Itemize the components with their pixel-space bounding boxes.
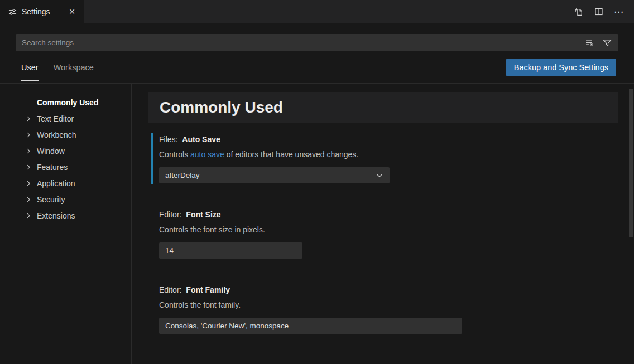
tab-bar-actions: ⋯	[571, 0, 634, 23]
toc-item-features[interactable]: Features	[0, 159, 131, 175]
chevron-right-icon	[25, 131, 37, 139]
tab-user-label: User	[21, 63, 39, 72]
toc-item-text-editor[interactable]: Text Editor	[0, 110, 131, 127]
chevron-down-icon	[376, 172, 383, 179]
search-placeholder-text: Search settings	[22, 38, 74, 47]
settings-sliders-icon	[8, 8, 17, 16]
toc-item-workbench[interactable]: Workbench	[0, 127, 131, 143]
chevron-right-icon	[25, 179, 37, 187]
settings-list: Commonly Used Files: Auto Save Controls …	[132, 84, 634, 364]
font-family-input[interactable]	[159, 318, 462, 334]
toc-item-label: Commonly Used	[37, 98, 98, 107]
setting-title: Editor: Font Family	[159, 285, 618, 295]
setting-title: Editor: Font Size	[159, 210, 618, 220]
tab-workspace-label: Workspace	[54, 63, 94, 72]
font-size-input[interactable]	[159, 242, 302, 259]
setting-category: Editor:	[159, 285, 181, 294]
search-settings-input[interactable]: Search settings	[16, 34, 618, 51]
toc-item-commonly-used[interactable]: Commonly Used	[0, 94, 131, 110]
settings-scope-row: User Workspace Backup and Sync Settings	[0, 51, 634, 84]
backup-and-sync-settings-button[interactable]: Backup and Sync Settings	[506, 59, 616, 76]
setting-description: Controls auto save of editors that have …	[159, 150, 618, 159]
editor-tab-bar: Settings ✕ ⋯	[0, 0, 634, 23]
toc-item-label: Text Editor	[37, 114, 74, 123]
setting-category: Editor:	[159, 210, 181, 219]
setting-name: Font Family	[186, 285, 230, 294]
toc-item-extensions[interactable]: Extensions	[0, 207, 131, 224]
toc-item-label: Workbench	[37, 130, 76, 139]
toc-item-label: Security	[37, 195, 65, 204]
setting-name: Auto Save	[182, 135, 220, 144]
toc-item-label: Features	[37, 163, 68, 172]
chevron-right-icon	[25, 147, 37, 155]
chevron-right-icon	[25, 115, 37, 123]
section-heading-text: Commonly Used	[160, 99, 283, 117]
setting-description: Controls the font size in pixels.	[159, 225, 618, 234]
modified-indicator	[151, 133, 153, 184]
settings-tab[interactable]: Settings ✕	[0, 0, 84, 23]
close-tab-icon[interactable]: ✕	[67, 7, 77, 17]
toc-item-security[interactable]: Security	[0, 191, 131, 207]
settings-toc: Commonly Used Text Editor Workbench Wind…	[0, 84, 132, 364]
toc-item-label: Application	[37, 179, 75, 188]
description-text: Controls the font family.	[159, 300, 241, 309]
setting-editor-font-family: Editor: Font Family Controls the font fa…	[159, 285, 618, 334]
settings-body: Commonly Used Text Editor Workbench Wind…	[0, 84, 634, 364]
description-text: of editors that have unsaved changes.	[224, 150, 359, 159]
tab-title: Settings	[22, 7, 50, 16]
setting-title: Files: Auto Save	[159, 135, 618, 144]
tab-workspace[interactable]: Workspace	[54, 51, 94, 83]
vertical-scrollbar[interactable]	[629, 89, 633, 237]
toc-item-label: Extensions	[37, 211, 75, 220]
auto-save-link[interactable]: auto save	[190, 150, 224, 159]
auto-save-select[interactable]: afterDelay	[159, 167, 390, 183]
chevron-right-icon	[25, 196, 37, 203]
more-actions-icon[interactable]: ⋯	[612, 4, 626, 19]
section-heading: Commonly Used	[148, 92, 618, 123]
description-text: Controls	[159, 150, 190, 159]
setting-description: Controls the font family.	[159, 300, 618, 309]
setting-editor-font-size: Editor: Font Size Controls the font size…	[159, 210, 618, 259]
tab-user[interactable]: User	[21, 51, 39, 83]
clear-settings-search-icon[interactable]	[583, 37, 595, 49]
chevron-right-icon	[25, 163, 37, 171]
toc-item-window[interactable]: Window	[0, 143, 131, 159]
setting-category: Files:	[159, 135, 177, 144]
search-input-actions	[583, 37, 613, 49]
search-row: Search settings	[0, 23, 634, 51]
split-editor-icon[interactable]	[592, 4, 606, 19]
toc-item-label: Window	[37, 147, 65, 156]
setting-name: Font Size	[186, 210, 220, 219]
select-value: afterDelay	[165, 171, 200, 179]
toc-item-application[interactable]: Application	[0, 175, 131, 191]
chevron-right-icon	[25, 212, 37, 220]
description-text: Controls the font size in pixels.	[159, 225, 265, 234]
setting-files-auto-save: Files: Auto Save Controls auto save of e…	[159, 135, 618, 183]
filter-settings-icon[interactable]	[601, 37, 613, 49]
open-settings-json-icon[interactable]	[571, 4, 586, 19]
